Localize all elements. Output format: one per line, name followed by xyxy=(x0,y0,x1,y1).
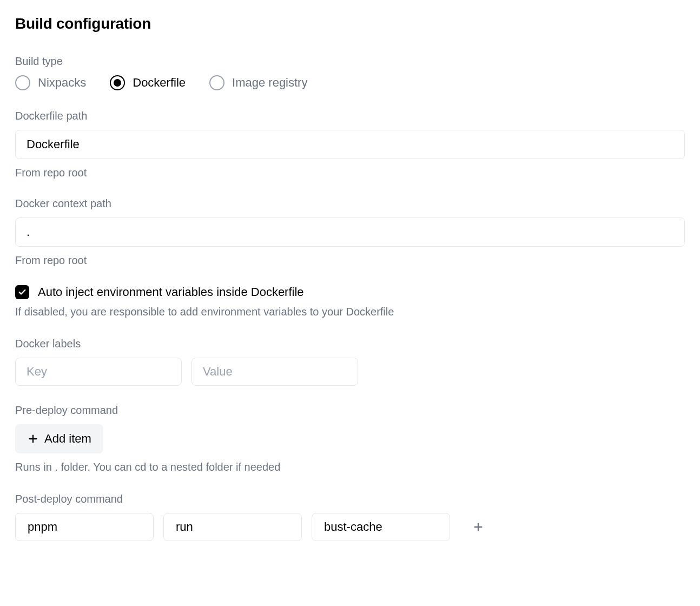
dockerfile-path-label: Dockerfile path xyxy=(15,110,685,122)
add-command-button[interactable] xyxy=(467,516,489,538)
post-deploy-label: Post-deploy command xyxy=(15,493,685,505)
radio-image-registry[interactable]: Image registry xyxy=(209,75,307,90)
radio-circle-icon xyxy=(209,75,224,90)
pre-deploy-helper: Runs in . folder. You can cd to a nested… xyxy=(15,461,685,473)
docker-labels-row xyxy=(15,358,685,386)
build-type-radio-group: Nixpacks Dockerfile Image registry xyxy=(15,75,685,90)
docker-labels-label: Docker labels xyxy=(15,338,685,350)
plus-icon xyxy=(472,521,484,533)
radio-label: Dockerfile xyxy=(133,76,186,90)
auto-inject-checkbox[interactable] xyxy=(15,285,29,299)
radio-circle-icon xyxy=(15,75,30,90)
check-icon xyxy=(18,288,27,297)
plus-icon xyxy=(27,433,39,445)
post-deploy-command-2[interactable] xyxy=(312,513,450,541)
auto-inject-helper: If disabled, you are responsible to add … xyxy=(15,306,685,318)
docker-context-path-label: Docker context path xyxy=(15,197,685,210)
post-deploy-row xyxy=(15,513,685,541)
radio-label: Nixpacks xyxy=(38,76,86,90)
radio-dot-icon xyxy=(114,79,121,87)
dockerfile-path-input[interactable] xyxy=(15,130,685,159)
docker-label-value-input[interactable] xyxy=(191,358,358,386)
radio-dockerfile[interactable]: Dockerfile xyxy=(110,75,186,90)
auto-inject-label: Auto inject environment variables inside… xyxy=(38,285,304,299)
auto-inject-row: Auto inject environment variables inside… xyxy=(15,285,685,299)
page-title: Build configuration xyxy=(15,15,685,32)
radio-circle-icon xyxy=(110,75,125,90)
radio-nixpacks[interactable]: Nixpacks xyxy=(15,75,86,90)
post-deploy-command-0[interactable] xyxy=(15,513,154,541)
pre-deploy-label: Pre-deploy command xyxy=(15,404,685,417)
post-deploy-command-1[interactable] xyxy=(163,513,302,541)
add-item-label: Add item xyxy=(44,432,91,446)
build-type-label: Build type xyxy=(15,55,685,68)
docker-context-path-input[interactable] xyxy=(15,218,685,247)
docker-label-key-input[interactable] xyxy=(15,358,182,386)
add-item-button[interactable]: Add item xyxy=(15,424,103,453)
docker-context-path-helper: From repo root xyxy=(15,254,685,267)
dockerfile-path-helper: From repo root xyxy=(15,167,685,179)
radio-label: Image registry xyxy=(232,76,307,90)
